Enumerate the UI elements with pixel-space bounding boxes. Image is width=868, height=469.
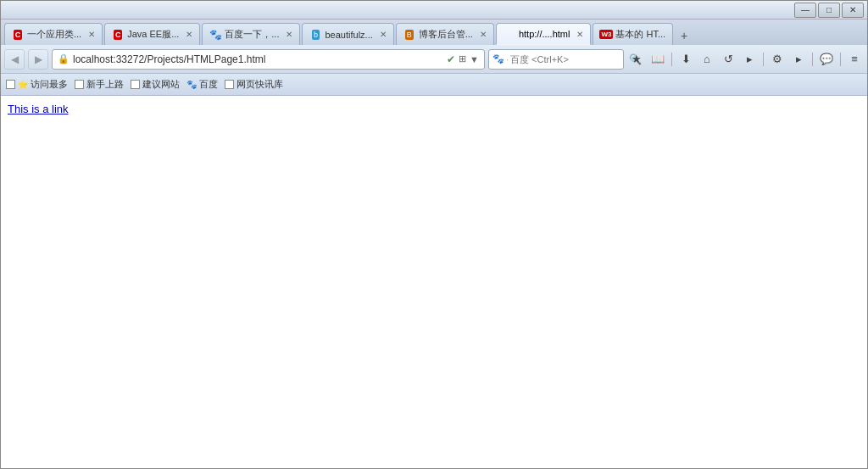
bookmark-bk3[interactable]: 建议网站	[131, 78, 180, 91]
browser-window: — □ ✕ C一个应用类...✕CJava EE服...✕🐾百度一下，...✕b…	[0, 0, 868, 469]
forward-button[interactable]: ▶	[28, 49, 48, 70]
content-area: This is a link	[1, 96, 867, 468]
bookmark-label-bk1: 访问最多	[31, 78, 68, 91]
bookmark-bk2[interactable]: 新手上路	[75, 78, 124, 91]
tab-tab5[interactable]: B博客后台管...✕	[396, 23, 494, 45]
baidu-logo-icon: 🐾	[492, 53, 504, 64]
nav-bar: ◀ ▶ 🔒 ✔ ⊞ ▼ 🐾 · 🔍 ★ 📖 ⬇ ⌂ ↺ ▸ ⚙ ▸	[1, 45, 867, 74]
nav-icons: ★ 📖 ⬇ ⌂ ↺ ▸ ⚙ ▸ 💬 ≡	[627, 50, 864, 69]
bookmark-label-bk5: 网页快讯库	[236, 78, 283, 91]
search-separator: ·	[506, 54, 509, 64]
tab-tab4[interactable]: bbeautifulz...✕	[302, 23, 393, 45]
star-icon[interactable]: ★	[627, 50, 646, 69]
address-shield-icon: ✔	[447, 53, 455, 65]
address-input[interactable]	[73, 53, 443, 65]
address-grid-icon: ⊞	[459, 53, 466, 64]
bookmark-label-bk3: 建议网站	[142, 78, 180, 91]
read-icon[interactable]: 📖	[648, 50, 667, 69]
back-button[interactable]: ◀	[4, 49, 25, 70]
tab-close-tab6[interactable]: ✕	[576, 30, 583, 39]
tab-tab7[interactable]: W3基本的 HT...	[593, 23, 673, 45]
tab-label-tab7: 基本的 HT...	[615, 28, 665, 41]
bookmark-icon-bk4: 🐾	[186, 80, 197, 89]
bookmark-checkbox-bk3[interactable]	[131, 80, 140, 89]
nav-separator-1	[671, 53, 672, 66]
tab-tab3[interactable]: 🐾百度一下，...✕	[202, 23, 300, 45]
tab-bar: C一个应用类...✕CJava EE服...✕🐾百度一下，...✕bbeauti…	[1, 20, 867, 45]
bookmark-label-bk4: 百度	[199, 78, 218, 91]
bookmark-checkbox-bk2[interactable]	[75, 80, 84, 89]
menu-icon[interactable]: ≡	[845, 50, 864, 69]
tab-close-tab4[interactable]: ✕	[380, 30, 387, 39]
tab-favicon-tab1: C	[12, 29, 24, 41]
tab-close-tab1[interactable]: ✕	[88, 30, 95, 39]
tab-close-tab3[interactable]: ✕	[286, 30, 292, 39]
bookmark-label-bk2: 新手上路	[86, 78, 124, 91]
nav-separator-4	[840, 53, 841, 66]
title-bar: — □ ✕	[1, 1, 867, 20]
bookmark-checkbox-bk1[interactable]	[6, 80, 15, 89]
undo-icon[interactable]: ↺	[719, 50, 737, 69]
home-icon[interactable]: ⌂	[698, 50, 716, 69]
tab-label-tab4: beautifulz...	[325, 30, 372, 40]
address-dropdown-icon[interactable]: ▼	[470, 54, 479, 64]
close-button[interactable]: ✕	[842, 3, 864, 18]
bookmarks-bar: ⭐访问最多新手上路建议网站🐾百度网页快讯库	[1, 74, 867, 96]
maximize-button[interactable]: □	[818, 3, 840, 18]
tab-favicon-tab2: C	[112, 29, 124, 41]
tab-favicon-tab3: 🐾	[209, 29, 221, 41]
bookmark-bk4[interactable]: 🐾百度	[186, 78, 218, 91]
address-bar: 🔒 ✔ ⊞ ▼	[52, 49, 485, 70]
tab-favicon-tab4: b	[309, 29, 321, 41]
search-input[interactable]	[510, 54, 627, 64]
window-controls: — □ ✕	[794, 3, 864, 18]
tab-tab2[interactable]: CJava EE服...✕	[104, 23, 200, 45]
minimize-button[interactable]: —	[794, 3, 816, 18]
tools-icon[interactable]: ⚙	[768, 50, 787, 69]
tab-label-tab5: 博客后台管...	[419, 28, 473, 41]
tab-label-tab1: 一个应用类...	[27, 28, 81, 41]
tab-favicon-tab7: W3	[600, 29, 612, 41]
bookmark-checkbox-bk5[interactable]	[225, 80, 234, 89]
tools-arrow-icon[interactable]: ▸	[789, 50, 808, 69]
chat-icon[interactable]: 💬	[817, 50, 836, 69]
bookmark-bk5[interactable]: 网页快讯库	[225, 78, 283, 91]
tab-label-tab3: 百度一下，...	[225, 28, 279, 41]
search-bar: 🐾 · 🔍	[488, 49, 624, 70]
tab-tab6[interactable]: http://....html✕	[496, 23, 592, 45]
bookmark-icon-bk1: ⭐	[18, 80, 28, 89]
tab-favicon-tab5: B	[403, 29, 415, 41]
tab-close-tab5[interactable]: ✕	[480, 30, 487, 39]
new-tab-button[interactable]: +	[675, 26, 693, 45]
tab-label-tab2: Java EE服...	[127, 28, 179, 41]
nav-separator-3	[812, 53, 813, 66]
tab-favicon-tab6	[504, 28, 515, 40]
page-link[interactable]: This is a link	[8, 103, 69, 115]
download-icon[interactable]: ⬇	[676, 50, 695, 69]
bookmark-bk1[interactable]: ⭐访问最多	[6, 78, 68, 91]
tab-label-tab6: http://....html	[519, 29, 570, 39]
address-security-icon: 🔒	[58, 53, 70, 64]
tab-close-tab2[interactable]: ✕	[186, 30, 192, 39]
nav-separator-2	[763, 53, 764, 66]
tab-tab1[interactable]: C一个应用类...✕	[4, 23, 103, 45]
arrow-right-icon[interactable]: ▸	[740, 50, 759, 69]
